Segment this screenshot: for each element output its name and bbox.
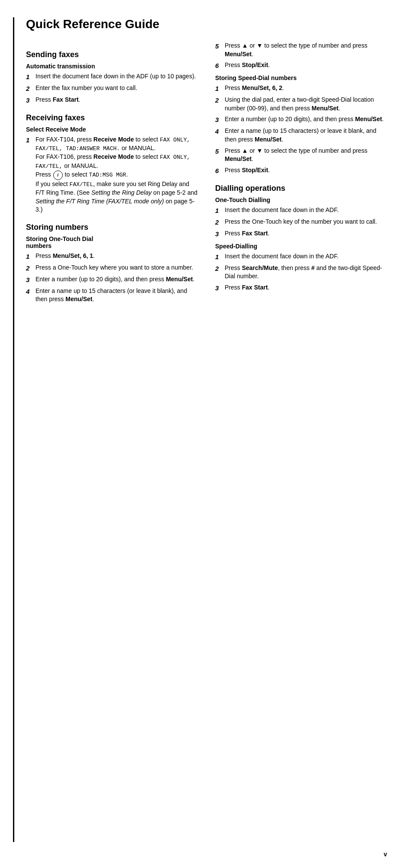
dialling-operations-section: Dialling operations One-Touch Dialling 1… (215, 184, 387, 293)
list-item: 2 Press Search/Mute, then press # and th… (215, 264, 387, 281)
receiving-faxes-section: Receiving faxes Select Receive Mode 1 Fo… (26, 113, 198, 214)
speed-dial-steps: 1 Press Menu/Set, 6, 2. 2 Using the dial… (215, 84, 387, 175)
dialling-operations-title: Dialling operations (215, 184, 387, 193)
step-num: 3 (215, 115, 225, 124)
step-content: Press ▲ or ▼ to select the type of numbe… (225, 147, 387, 164)
page-title: Quick Reference Guide (26, 17, 387, 31)
list-item: 3 Press Fax Start. (215, 229, 387, 238)
one-touch-dialling-subtitle: One-Touch Dialling (215, 196, 387, 203)
step-content: Using the dial pad, enter a two-digit Sp… (225, 96, 387, 113)
right-column: 5 Press ▲ or ▼ to select the type of num… (215, 42, 387, 297)
list-item: 1 Insert the document face down in the A… (215, 206, 387, 215)
step-content: Enter a number (up to 20 digits), and th… (35, 275, 198, 284)
step-num: 1 (215, 84, 225, 93)
list-item: 1 For FAX-T104, press Receive Mode to se… (26, 135, 198, 214)
para: Press i to select TAD:MSG MGR. (35, 171, 128, 178)
list-item: 3 Press Fax Start. (26, 96, 198, 105)
page-number: v (384, 851, 387, 858)
step-content: Press ▲ or ▼ to select the type of numbe… (225, 42, 387, 58)
step-num: 5 (215, 42, 225, 51)
speed-dialling-subtitle: Speed-Dialling (215, 243, 387, 250)
step-content: Insert the document face down in the ADF… (225, 206, 387, 215)
step-content: Press Fax Start. (225, 229, 387, 238)
step-content: Press Stop/Exit. (225, 166, 387, 175)
list-item: 5 Press ▲ or ▼ to select the type of num… (215, 42, 387, 58)
storing-numbers-section: Storing numbers Storing One-Touch Dialnu… (26, 223, 198, 304)
step-content: Press Menu/Set, 6, 1. (35, 252, 198, 260)
step-num: 6 (215, 166, 225, 175)
step-content: Insert the document face down in the ADF… (225, 252, 387, 261)
list-item: 6 Press Stop/Exit. (215, 61, 387, 70)
list-item: 3 Press Fax Start. (215, 283, 387, 293)
storing-numbers-steps: 1 Press Menu/Set, 6, 1. 2 Press a One-To… (26, 252, 198, 304)
storing-one-touch-subtitle: Storing One-Touch Dialnumbers (26, 235, 198, 249)
top-steps: 5 Press ▲ or ▼ to select the type of num… (215, 42, 387, 70)
step-num: 2 (215, 96, 225, 105)
step-content: For FAX-T104, press Receive Mode to sele… (35, 135, 198, 214)
step-content: Enter a number (up to 20 digits), and th… (225, 115, 387, 124)
step-num: 4 (215, 127, 225, 136)
list-item: 6 Press Stop/Exit. (215, 166, 387, 175)
step-content: Press a One-Touch key where you want to … (35, 264, 198, 272)
sending-faxes-section: Sending faxes Automatic transmission 1 I… (26, 50, 198, 105)
list-item: 1 Insert the document face down in the A… (215, 252, 387, 261)
list-item: 3 Enter a number (up to 20 digits), and … (215, 115, 387, 124)
step-num: 2 (215, 264, 225, 273)
step-num: 1 (26, 135, 35, 145)
step-content: Press Fax Start. (35, 96, 198, 104)
step-content: Press Menu/Set, 6, 2. (225, 84, 387, 93)
one-touch-steps: 1 Insert the document face down in the A… (215, 206, 387, 238)
step-num: 3 (26, 96, 35, 105)
para: For FAX-T106, press Receive Mode to sele… (35, 153, 190, 169)
para: For FAX-T104, press Receive Mode to sele… (35, 136, 190, 151)
step-content: Press Stop/Exit. (225, 61, 387, 70)
auto-transmission-subtitle: Automatic transmission (26, 63, 198, 70)
receiving-faxes-steps: 1 For FAX-T104, press Receive Mode to se… (26, 135, 198, 214)
step-content: Enter a name up to 15 characters (or lea… (35, 287, 198, 304)
left-column: Sending faxes Automatic transmission 1 I… (26, 42, 198, 308)
left-border-line (13, 17, 14, 842)
list-item: 1 Insert the document face down in the A… (26, 72, 198, 81)
para: If you select FAX/TEL, make sure you set… (35, 180, 197, 213)
step-num: 2 (26, 264, 35, 273)
step-content: Enter a name (up to 15 characters) or le… (225, 127, 387, 144)
step-num: 2 (215, 218, 225, 227)
receiving-faxes-title: Receiving faxes (26, 113, 198, 122)
step-content: Enter the fax number you want to call. (35, 84, 198, 93)
main-content: Sending faxes Automatic transmission 1 I… (26, 42, 387, 308)
list-item: 4 Enter a name (up to 15 characters) or … (215, 127, 387, 144)
step-num: 5 (215, 147, 225, 156)
speed-dialling-steps: 1 Insert the document face down in the A… (215, 252, 387, 293)
step-num: 3 (215, 283, 225, 293)
button-icon: i (53, 170, 63, 180)
step-num: 2 (26, 84, 35, 93)
page: Quick Reference Guide Sending faxes Auto… (0, 0, 413, 868)
storing-numbers-title: Storing numbers (26, 223, 198, 232)
step-num: 4 (26, 287, 35, 296)
step-content: Press Search/Mute, then press # and the … (225, 264, 387, 281)
list-item: 3 Enter a number (up to 20 digits), and … (26, 275, 198, 284)
sending-faxes-steps: 1 Insert the document face down in the A… (26, 72, 198, 105)
step-num: 1 (26, 72, 35, 81)
list-item: 2 Press a One-Touch key where you want t… (26, 264, 198, 273)
list-item: 5 Press ▲ or ▼ to select the type of num… (215, 147, 387, 164)
list-item: 1 Press Menu/Set, 6, 2. (215, 84, 387, 93)
step-num: 1 (215, 252, 225, 261)
list-item: 2 Enter the fax number you want to call. (26, 84, 198, 93)
list-item: 2 Using the dial pad, enter a two-digit … (215, 96, 387, 113)
step-num: 3 (215, 229, 225, 238)
list-item: 2 Press the One-Touch key of the number … (215, 218, 387, 227)
list-item: 1 Press Menu/Set, 6, 1. (26, 252, 198, 261)
continued-steps: 5 Press ▲ or ▼ to select the type of num… (215, 42, 387, 70)
step-content: Press Fax Start. (225, 283, 387, 292)
step-num: 1 (215, 206, 225, 215)
storing-speed-dial-section: Storing Speed-Dial numbers 1 Press Menu/… (215, 74, 387, 175)
step-content: Press the One-Touch key of the number yo… (225, 218, 387, 226)
sending-faxes-title: Sending faxes (26, 50, 198, 59)
step-num: 1 (26, 252, 35, 261)
select-receive-mode-subtitle: Select Receive Mode (26, 126, 198, 133)
step-num: 3 (26, 275, 35, 284)
storing-speed-dial-title: Storing Speed-Dial numbers (215, 74, 387, 81)
step-num: 6 (215, 61, 225, 70)
step-content: Insert the document face down in the ADF… (35, 72, 198, 81)
